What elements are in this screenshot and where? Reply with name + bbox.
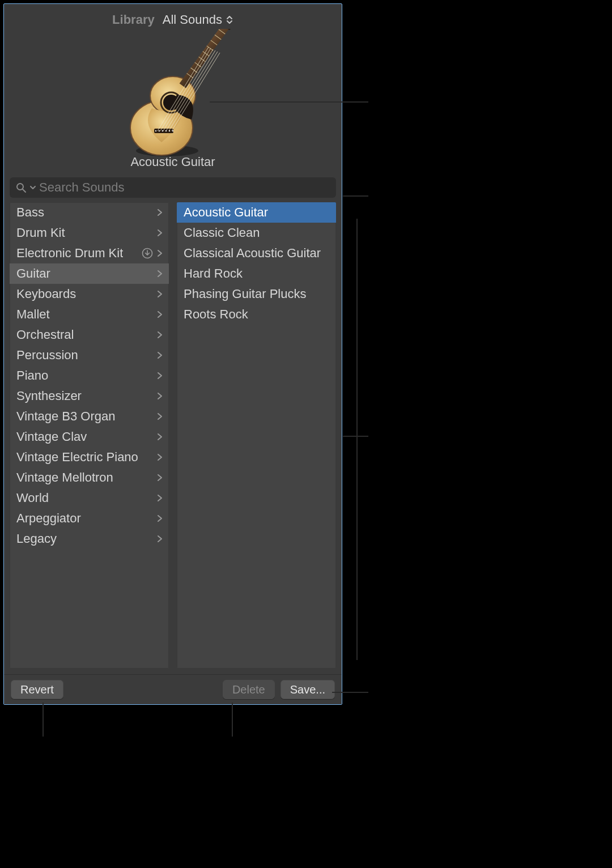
category-row[interactable]: Legacy <box>10 529 169 549</box>
search-placeholder: Search Sounds <box>39 180 124 195</box>
category-label: Vintage Electric Piano <box>16 450 138 465</box>
svg-point-11 <box>172 130 173 131</box>
category-label: Drum Kit <box>16 225 65 240</box>
category-row[interactable]: Bass <box>10 202 169 223</box>
svg-line-35 <box>23 189 26 192</box>
category-row[interactable]: Vintage Mellotron <box>10 467 169 488</box>
preset-label: Hard Rock <box>184 266 243 281</box>
category-row[interactable]: Orchestral <box>10 325 169 345</box>
category-label: Vintage Clav <box>16 429 87 444</box>
category-label: Mallet <box>16 307 50 322</box>
chevron-right-icon <box>156 473 163 482</box>
chevron-right-icon <box>156 290 163 299</box>
preset-row[interactable]: Hard Rock <box>177 263 336 284</box>
preset-row[interactable]: Roots Rock <box>177 304 336 325</box>
category-label: Electronic Drum Kit <box>16 246 123 261</box>
preset-label: Classic Clean <box>184 225 260 240</box>
preset-label: Acoustic Guitar <box>184 205 268 220</box>
preset-row[interactable]: Phasing Guitar Plucks <box>177 284 336 304</box>
download-icon <box>142 248 153 259</box>
svg-point-7 <box>159 130 160 131</box>
category-label: Piano <box>16 368 48 383</box>
category-row[interactable]: Vintage Electric Piano <box>10 447 169 467</box>
category-label: Orchestral <box>16 327 74 342</box>
instrument-thumbnail <box>119 35 227 154</box>
library-title: Library <box>112 12 155 27</box>
chevron-right-icon <box>156 310 163 319</box>
category-row[interactable]: Guitar <box>10 263 169 284</box>
preset-preview: Acoustic Guitar <box>4 29 342 177</box>
category-label: Vintage B3 Organ <box>16 409 116 424</box>
library-panel: Library All Sounds <box>3 3 342 705</box>
svg-point-25 <box>232 29 232 32</box>
revert-button[interactable]: Revert <box>11 680 63 699</box>
save-button[interactable]: Save... <box>280 680 335 699</box>
chevron-right-icon <box>156 432 163 441</box>
search-icon <box>15 182 27 193</box>
preset-list[interactable]: Acoustic Guitar Classic Clean Classical … <box>177 202 336 669</box>
category-row[interactable]: Percussion <box>10 345 169 365</box>
svg-point-8 <box>162 130 163 131</box>
chevron-down-icon <box>30 185 36 190</box>
preset-row[interactable]: Classical Acoustic Guitar <box>177 243 336 263</box>
category-row[interactable]: Mallet <box>10 304 169 325</box>
category-row[interactable]: Drum Kit <box>10 223 169 243</box>
category-row[interactable]: World <box>10 488 169 508</box>
chevron-right-icon <box>156 269 163 278</box>
search-wrap: Search Sounds <box>4 177 342 202</box>
category-row[interactable]: Synthesizer <box>10 386 169 406</box>
chevron-right-icon <box>156 412 163 421</box>
search-input[interactable]: Search Sounds <box>10 177 336 198</box>
preset-label: Phasing Guitar Plucks <box>184 287 306 301</box>
chevron-right-icon <box>156 208 163 217</box>
category-label: Percussion <box>16 348 78 363</box>
chevron-right-icon <box>156 371 163 380</box>
preset-label: Roots Rock <box>184 307 248 322</box>
chevron-right-icon <box>156 228 163 237</box>
chevron-right-icon <box>156 392 163 401</box>
category-row[interactable]: Vintage Clav <box>10 427 169 447</box>
category-label: Keyboards <box>16 287 76 301</box>
category-row[interactable]: Keyboards <box>10 284 169 304</box>
category-label: Legacy <box>16 531 57 546</box>
category-label: Synthesizer <box>16 389 82 403</box>
preset-label: Classical Acoustic Guitar <box>184 246 321 261</box>
preset-row[interactable]: Classic Clean <box>177 223 336 243</box>
chevron-right-icon <box>156 453 163 462</box>
delete-button[interactable]: Delete <box>223 680 275 699</box>
category-label: Bass <box>16 205 44 220</box>
chevron-right-icon <box>156 249 163 258</box>
category-row[interactable]: Vintage B3 Organ <box>10 406 169 427</box>
category-label: Vintage Mellotron <box>16 470 113 485</box>
preset-row[interactable]: Acoustic Guitar <box>177 202 336 223</box>
updown-chevron-icon <box>226 15 233 25</box>
library-header: Library All Sounds <box>4 4 342 177</box>
chevron-right-icon <box>156 534 163 543</box>
library-footer: Revert Delete Save... <box>4 674 342 704</box>
category-label: Arpeggiator <box>16 511 81 526</box>
category-list[interactable]: Bass Drum Kit Electronic Drum Kit Guitar… <box>10 202 169 669</box>
chevron-right-icon <box>156 493 163 503</box>
category-row[interactable]: Electronic Drum Kit <box>10 243 169 263</box>
sound-filter-label: All Sounds <box>163 12 222 27</box>
category-label: Guitar <box>16 266 50 281</box>
svg-rect-5 <box>154 129 173 133</box>
svg-point-6 <box>155 130 156 131</box>
svg-rect-12 <box>180 29 229 88</box>
sound-browser: Bass Drum Kit Electronic Drum Kit Guitar… <box>4 202 342 674</box>
chevron-right-icon <box>156 330 163 339</box>
chevron-right-icon <box>156 514 163 523</box>
sound-filter-dropdown[interactable]: All Sounds <box>163 12 233 27</box>
chevron-right-icon <box>156 351 163 360</box>
category-row[interactable]: Piano <box>10 365 169 386</box>
category-row[interactable]: Arpeggiator <box>10 508 169 529</box>
category-label: World <box>16 491 49 505</box>
